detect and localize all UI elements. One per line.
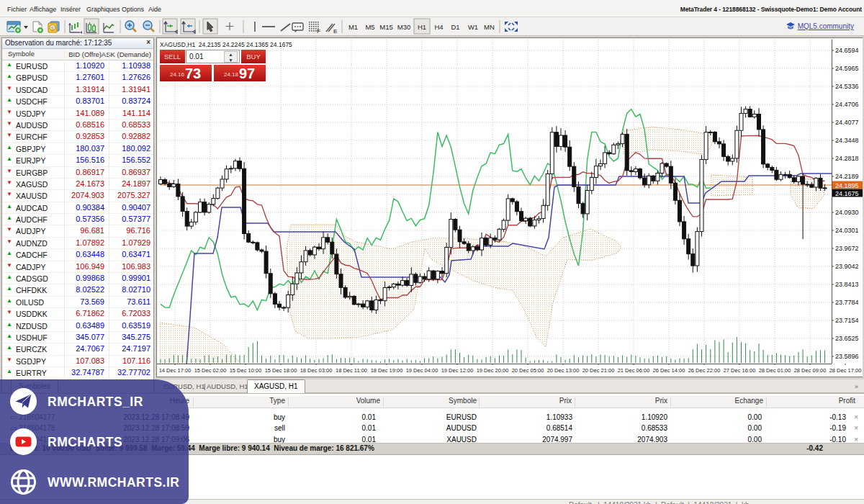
svg-text:23.7154: 23.7154 <box>835 317 859 324</box>
svg-text:19 Dec 20:00: 19 Dec 20:00 <box>477 367 509 374</box>
svg-text:D1: D1 <box>451 23 459 31</box>
svg-text:MN: MN <box>484 23 495 31</box>
svg-text:24.2818: 24.2818 <box>835 155 859 162</box>
svg-text:M15: M15 <box>379 23 392 31</box>
svg-text:$: $ <box>51 25 55 32</box>
svg-text:24.4077: 24.4077 <box>835 119 859 126</box>
svg-text:28 Dec 01:00: 28 Dec 01:00 <box>759 367 791 374</box>
svg-text:28 Dec 09:00: 28 Dec 09:00 <box>794 367 827 374</box>
svg-text:24.0930: 24.0930 <box>835 209 859 216</box>
svg-text:H1: H1 <box>418 23 426 31</box>
svg-text:24.0301: 24.0301 <box>835 227 859 234</box>
svg-text:20 Dec 21:00: 20 Dec 21:00 <box>582 367 615 374</box>
svg-text:26 Dec 14:00: 26 Dec 14:00 <box>653 367 685 374</box>
svg-text:H4: H4 <box>434 23 443 31</box>
svg-text:23.6525: 23.6525 <box>835 335 859 342</box>
svg-text:23.7784: 23.7784 <box>835 299 859 306</box>
svg-text:23.8413: 23.8413 <box>835 281 859 288</box>
svg-text:M5: M5 <box>365 23 374 31</box>
svg-text:23.9042: 23.9042 <box>835 263 859 270</box>
svg-text:15 Dec 10:00: 15 Dec 10:00 <box>230 367 262 374</box>
svg-text:24.4706: 24.4706 <box>835 101 859 108</box>
svg-text:27 Dec 16:00: 27 Dec 16:00 <box>724 367 756 374</box>
svg-text:24.5965: 24.5965 <box>835 65 859 72</box>
svg-text:24.2189: 24.2189 <box>835 173 859 180</box>
svg-text:24.5336: 24.5336 <box>835 83 859 90</box>
svg-text:M1: M1 <box>348 23 358 31</box>
svg-text:18 Dec 03:00: 18 Dec 03:00 <box>300 367 333 374</box>
svg-text:26 Dec 22:00: 26 Dec 22:00 <box>688 367 721 374</box>
svg-text:23.9672: 23.9672 <box>835 245 859 252</box>
svg-text:24.6594: 24.6594 <box>835 47 859 54</box>
svg-text:XAGUSD,H1 24.2135 24.2245 24.: XAGUSD,H1 24.2135 24.2245 24.1365 24.167… <box>160 41 292 48</box>
svg-text:24.1895: 24.1895 <box>835 182 859 189</box>
svg-text:E: E <box>333 28 338 35</box>
svg-text:24.3448: 24.3448 <box>835 137 859 144</box>
svg-text:21 Dec 06:00: 21 Dec 06:00 <box>618 367 650 374</box>
svg-text:19 Dec 04:00: 19 Dec 04:00 <box>406 367 438 374</box>
svg-text:15 Dec 18:00: 15 Dec 18:00 <box>265 367 297 374</box>
svg-text:15 Dec 02:00: 15 Dec 02:00 <box>194 367 227 374</box>
svg-text:20 Dec 05:00: 20 Dec 05:00 <box>512 367 544 374</box>
svg-text:M30: M30 <box>397 23 410 31</box>
svg-text:14 Dec 17:00: 14 Dec 17:00 <box>159 367 192 374</box>
svg-text:19 Dec 12:00: 19 Dec 12:00 <box>441 367 474 374</box>
svg-text:23.5896: 23.5896 <box>835 353 859 360</box>
svg-text:W1: W1 <box>468 23 478 31</box>
svg-text:18 Dec 11:00: 18 Dec 11:00 <box>336 367 367 374</box>
svg-text:18 Dec 19:00: 18 Dec 19:00 <box>371 367 403 374</box>
svg-text:20 Dec 13:00: 20 Dec 13:00 <box>547 367 580 374</box>
svg-text:24.1675: 24.1675 <box>835 190 859 197</box>
svg-text:28 Dec 17:00: 28 Dec 17:00 <box>829 367 862 374</box>
svg-text:F: F <box>317 28 320 35</box>
